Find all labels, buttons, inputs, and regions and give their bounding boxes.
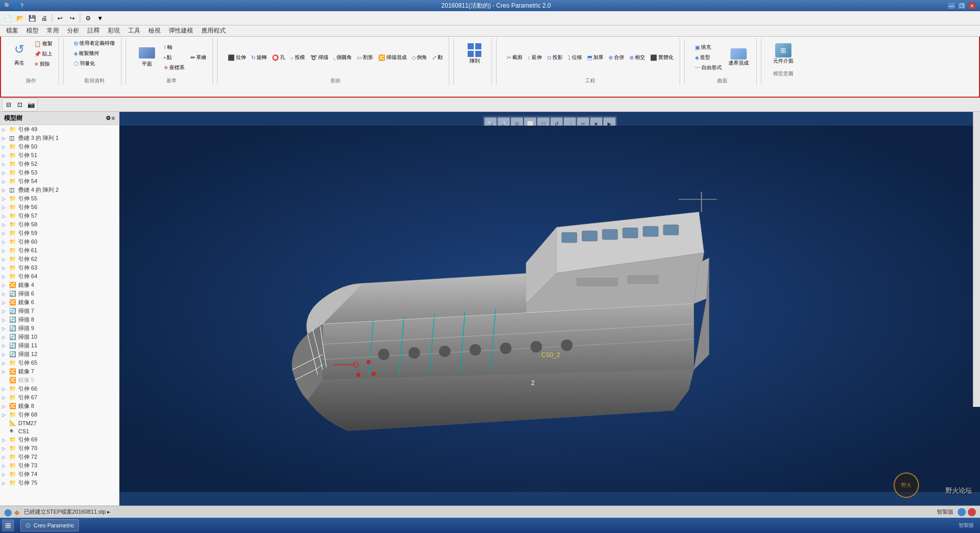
component-interface-button[interactable]: ⊞ 元件介面 bbox=[770, 39, 797, 69]
status-text[interactable]: 已經建立STEP檔案20160811.stp ▸ bbox=[24, 508, 110, 516]
menu-flexible-modeling[interactable]: 彈性建模 bbox=[165, 25, 197, 36]
merge-button[interactable]: ⊕ 合併 bbox=[606, 53, 626, 62]
more-button[interactable]: ▼ bbox=[95, 13, 106, 24]
paste-button[interactable]: 📌 貼上 bbox=[32, 49, 54, 58]
tree-item[interactable]: ▷ 📁 引伸 57 bbox=[0, 212, 119, 220]
start-button[interactable]: ⊞ bbox=[2, 519, 14, 531]
tree-item[interactable]: ▷ 📁 引伸 68 bbox=[0, 410, 119, 419]
new-button[interactable]: 📄 bbox=[2, 13, 13, 24]
sketch-button[interactable]: ✏ 草繪 bbox=[189, 53, 208, 62]
project-button[interactable]: ⊙ 投影 bbox=[545, 53, 565, 62]
menu-file[interactable]: 檔案 bbox=[2, 25, 22, 36]
featherweight-button[interactable]: ⬡ 羽量化 bbox=[72, 59, 97, 68]
tree-item[interactable]: ▷ 📁 引伸 51 bbox=[0, 151, 119, 160]
close-button[interactable]: ✕ bbox=[968, 2, 976, 9]
tree-item[interactable]: ▷ 📁 引伸 60 bbox=[0, 238, 119, 246]
undo-button[interactable]: ↩ bbox=[54, 13, 66, 24]
tree-item[interactable]: ▷ 📁 引伸 53 bbox=[0, 168, 119, 177]
extrude-button[interactable]: ⬛ 拉伸 bbox=[226, 53, 248, 62]
tree-item[interactable]: ▷ 📁 引伸 56 bbox=[0, 203, 119, 212]
tree-item[interactable]: ▷ 📁 引伸 66 bbox=[0, 384, 119, 393]
3d-viewport[interactable]: 🔍 🔎 ⊙ ⬜ ◻ ↺ 🔗 ✂ ★ ▶ bbox=[119, 112, 980, 506]
tree-item[interactable]: ▷ 🔄 掃描 12 bbox=[0, 350, 119, 359]
tree-item[interactable]: ▷ 🔄 掃描 11 bbox=[0, 341, 119, 350]
panel-settings-icon[interactable]: ⚙ bbox=[106, 115, 111, 122]
menu-common[interactable]: 常用 bbox=[43, 25, 63, 36]
menu-render[interactable]: 彩現 bbox=[104, 25, 124, 36]
copy-button[interactable]: 📋 複製 bbox=[32, 39, 54, 48]
panel-toggle-2[interactable]: ⊡ bbox=[15, 100, 25, 110]
tree-item[interactable]: ▷ 📁 引伸 58 bbox=[0, 220, 119, 229]
tree-item[interactable]: 🔀 鏡像 5 bbox=[0, 376, 119, 384]
move-button[interactable]: ⤢ 動 bbox=[430, 53, 445, 62]
menu-tools[interactable]: 工具 bbox=[124, 25, 144, 36]
fill-button[interactable]: ▣ 填充 bbox=[693, 43, 724, 52]
tree-item[interactable]: ▷ 📁 引伸 65 bbox=[0, 359, 119, 367]
menu-view[interactable]: 檢視 bbox=[144, 25, 165, 36]
restore-button[interactable]: ❐ bbox=[958, 2, 966, 9]
user-defined-feature-button[interactable]: ⊞ 使用者定義特徵 bbox=[72, 39, 117, 48]
pattern-button[interactable]: 陣到 bbox=[462, 39, 487, 69]
boundary-blend-button[interactable]: 邊界混成 bbox=[725, 42, 752, 73]
hole-button[interactable]: ⭕ 孔 bbox=[270, 53, 287, 62]
tree-item[interactable]: ▷ 📁 引伸 69 bbox=[0, 435, 119, 444]
tree-item[interactable]: ✳ CS1 bbox=[0, 427, 119, 435]
tree-item[interactable]: ▷ 📁 引伸 67 bbox=[0, 393, 119, 402]
tree-item[interactable]: ▷ 📁 引伸 52 bbox=[0, 160, 119, 168]
coord-sys-button[interactable]: ✳ 座標系 bbox=[162, 63, 187, 72]
tree-item[interactable]: ▷ 📁 引伸 74 bbox=[0, 470, 119, 479]
panel-menu-icon[interactable]: ≡ bbox=[112, 115, 115, 122]
tree-item[interactable]: ▷ 🔄 掃描 7 bbox=[0, 307, 119, 315]
plane-button[interactable]: 平面 bbox=[134, 42, 160, 73]
freeform-button[interactable]: 〰 自由形式 bbox=[693, 63, 724, 72]
minimize-button[interactable]: — bbox=[947, 2, 956, 9]
regenerate-button[interactable]: ↺ 再生 bbox=[8, 39, 31, 69]
tree-item[interactable]: ▷ 📁 引伸 50 bbox=[0, 142, 119, 151]
fillet-button[interactable]: ◟ 側圓角 bbox=[331, 53, 354, 62]
tree-item[interactable]: ▷ ◫ 疊縫 4 的 陣列 2 bbox=[0, 186, 119, 194]
tree-item[interactable]: ▷ 🔄 掃描 10 bbox=[0, 333, 119, 341]
tree-item[interactable]: ▷ 🔄 掃描 8 bbox=[0, 315, 119, 324]
tree-item[interactable]: ▷ 📁 引伸 70 bbox=[0, 444, 119, 453]
tree-item[interactable]: ▷ 📁 引伸 63 bbox=[0, 263, 119, 272]
cut-button[interactable]: ✕ 剪除 bbox=[32, 60, 54, 69]
draft-button[interactable]: ⬦ 投模 bbox=[288, 53, 307, 62]
tree-item[interactable]: ▷ 📁 引伸 59 bbox=[0, 229, 119, 238]
axis-button[interactable]: ⌇ 軸 bbox=[162, 43, 187, 52]
point-button[interactable]: • 點 bbox=[162, 53, 187, 62]
revolve-button[interactable]: ↻ 旋轉 bbox=[249, 53, 269, 62]
tree-item[interactable]: ▷ 📁 引伸 54 bbox=[0, 177, 119, 186]
extend-button[interactable]: ↕ 延伸 bbox=[526, 53, 544, 62]
settings-button[interactable]: ⚙ bbox=[82, 13, 94, 24]
tree-item[interactable]: ▷ 🔀 鏡像 4 bbox=[0, 281, 119, 289]
tree-scrollbar[interactable] bbox=[973, 112, 980, 407]
tree-item[interactable]: ▷ 📁 引伸 64 bbox=[0, 272, 119, 281]
tree-item[interactable]: ▷ 📁 引伸 61 bbox=[0, 246, 119, 255]
thicken-button[interactable]: ⬒ 加厚 bbox=[585, 53, 605, 62]
save-button[interactable]: 💾 bbox=[26, 13, 38, 24]
panel-toggle-3[interactable]: 📷 bbox=[26, 100, 36, 110]
tree-item[interactable]: ▷ 📁 引伸 72 bbox=[0, 453, 119, 461]
chamfer-button[interactable]: ◇ 倒角 bbox=[410, 53, 429, 62]
menu-annotation[interactable]: 註釋 bbox=[83, 25, 104, 36]
print-button[interactable]: 🖨 bbox=[39, 13, 50, 24]
offset-button[interactable]: ⤵ 位移 bbox=[566, 53, 584, 62]
sweep-button[interactable]: ➰ 掃描 bbox=[308, 53, 330, 62]
copy-geometry-button[interactable]: ◈ 複製幾何 bbox=[72, 49, 101, 58]
trim-button[interactable]: ✂ 截剪 bbox=[505, 53, 525, 62]
tree-item[interactable]: ▷ 🔀 鏡像 6 bbox=[0, 298, 119, 307]
user-icon[interactable]: 👤 bbox=[12, 3, 19, 9]
tree-item[interactable]: ▷ ◫ 疊縫 3 的 陣列 1 bbox=[0, 134, 119, 142]
tree-item[interactable]: ▷ 📁 引伸 73 bbox=[0, 461, 119, 470]
creo-taskbar-button[interactable]: ⚙ Creo Parametric bbox=[20, 519, 79, 531]
solidify-button[interactable]: ⬛ 實體化 bbox=[648, 53, 676, 62]
open-button[interactable]: 📂 bbox=[14, 13, 25, 24]
swept-blend-button[interactable]: 🔀 掃描混成 bbox=[376, 53, 409, 62]
style-button[interactable]: ◈ 造型 bbox=[693, 53, 724, 62]
shell-button[interactable]: ▭ 割形 bbox=[355, 53, 375, 62]
tree-item[interactable]: ▷ 🔀 鏡像 7 bbox=[0, 367, 119, 376]
tree-item[interactable]: ▷ 📁 引伸 62 bbox=[0, 255, 119, 263]
redo-button[interactable]: ↪ bbox=[67, 13, 78, 24]
tree-item[interactable]: ▷ 📁 引伸 75 bbox=[0, 479, 119, 487]
tree-item[interactable]: ▷ 🔄 掃描 6 bbox=[0, 289, 119, 298]
